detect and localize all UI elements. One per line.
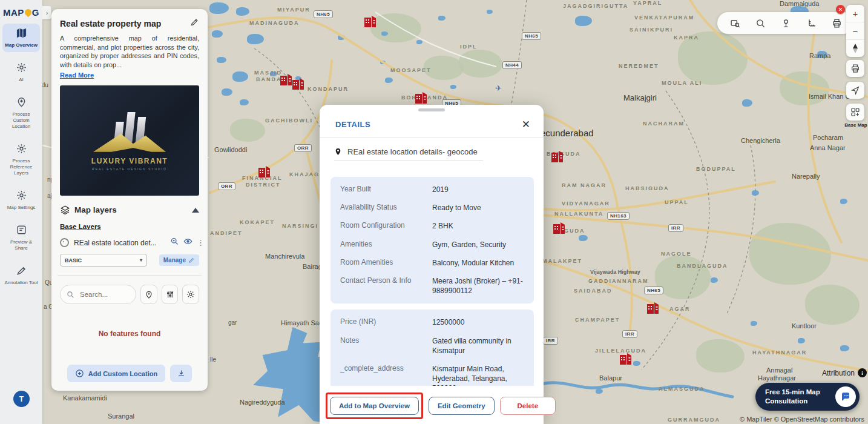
property-marker[interactable] bbox=[415, 91, 429, 104]
consultation-line2: Consultation bbox=[765, 397, 835, 406]
road-badge: NH44 bbox=[502, 61, 522, 69]
road-badge: NH163 bbox=[607, 212, 630, 220]
search-input[interactable] bbox=[79, 290, 130, 299]
settings-button[interactable] bbox=[182, 285, 199, 304]
details-scroll-area[interactable]: Year Built2019Availability StatusReady t… bbox=[330, 177, 534, 386]
zoom-to-layer-icon[interactable] bbox=[170, 237, 179, 248]
attribution-toggle[interactable]: Attribution i bbox=[822, 368, 867, 377]
no-features-message: No features found bbox=[60, 330, 199, 338]
measure-icon[interactable] bbox=[806, 18, 817, 28]
detail-row: Room AmenitiesBalcony, Modular Kitchen bbox=[330, 254, 534, 272]
modal-drag-handle[interactable] bbox=[418, 108, 445, 111]
consultation-line1: Free 15-min Map bbox=[765, 388, 835, 397]
attribution-label: Attribution bbox=[822, 369, 855, 377]
manage-button[interactable]: Manage bbox=[159, 254, 199, 266]
base-layers-heading: Base Layers bbox=[60, 223, 199, 230]
panel-title: Real estate property map bbox=[60, 19, 161, 28]
user-avatar[interactable]: T bbox=[13, 391, 30, 407]
edit-geometry-button[interactable]: Edit Geometry bbox=[429, 397, 495, 415]
delete-button[interactable]: Delete bbox=[500, 397, 556, 415]
property-marker[interactable] bbox=[619, 352, 634, 365]
road-badge: ORR bbox=[218, 182, 235, 190]
app-logo[interactable]: MAPG bbox=[0, 0, 42, 18]
detail-row: Room Configuration2 BHK bbox=[330, 217, 534, 235]
notification-badge[interactable]: ✕ bbox=[836, 5, 845, 14]
road-badge: IRR bbox=[543, 337, 558, 345]
detail-row: Availability StatusReady to Move bbox=[330, 199, 534, 217]
property-marker[interactable] bbox=[551, 150, 565, 162]
detail-label: Room Configuration bbox=[340, 221, 432, 231]
print-icon[interactable] bbox=[832, 18, 842, 28]
collapse-arrow-icon[interactable] bbox=[192, 208, 199, 213]
add-location-icon bbox=[75, 369, 84, 378]
layer-menu-icon[interactable] bbox=[197, 241, 199, 245]
map-search-icon[interactable] bbox=[730, 18, 740, 28]
location-marker-icon[interactable] bbox=[781, 18, 791, 28]
zoom-out-button[interactable]: − bbox=[846, 22, 864, 40]
detail-label: _complete_address bbox=[340, 364, 432, 386]
detail-row: Year Built2019 bbox=[330, 181, 534, 199]
sidebar-item-label: Preview & Share bbox=[4, 239, 39, 251]
sidebar-item-annotation-tool[interactable]: Annotation Tool bbox=[2, 261, 40, 290]
sidebar-item-preview-share[interactable]: Preview & Share bbox=[2, 220, 40, 255]
search-icon[interactable] bbox=[755, 18, 766, 28]
sidebar-item-process-reference-layers[interactable]: Process Reference Layers bbox=[2, 139, 40, 180]
base-style-dropdown[interactable]: BASIC▾ bbox=[60, 254, 147, 267]
download-icon bbox=[177, 369, 186, 378]
details-modal: DETAILS ✕ REal estate location details- … bbox=[320, 105, 544, 424]
property-marker[interactable] bbox=[292, 77, 306, 90]
left-nav-rail: MAPG Map OverviewAIProcess Custom Locati… bbox=[0, 0, 42, 424]
logo-pin-icon bbox=[24, 8, 33, 18]
sidebar-item-label: Map Overview bbox=[4, 42, 39, 48]
compass-button[interactable] bbox=[846, 40, 864, 57]
project-panel: Real estate property map A comprehensive… bbox=[51, 9, 208, 391]
sidebar-item-map-overview[interactable]: Map Overview bbox=[2, 24, 40, 52]
zoom-control: + − bbox=[846, 5, 864, 57]
layer-name: REal estate location det... bbox=[74, 239, 166, 247]
edit-pencil-icon[interactable] bbox=[190, 18, 199, 29]
detail-value: 2 BHK bbox=[432, 221, 524, 231]
road-badge: IRR bbox=[668, 224, 683, 232]
property-marker[interactable] bbox=[553, 221, 567, 234]
filters-button[interactable] bbox=[162, 285, 179, 304]
navigate-arrow-button[interactable] bbox=[846, 82, 864, 99]
property-marker[interactable] bbox=[364, 15, 378, 27]
property-marker[interactable] bbox=[646, 301, 661, 314]
project-image: LUXURY VIBRANT REAL ESTATE DESIGN STUDIO bbox=[60, 85, 199, 196]
sidebar-item-process-custom-location[interactable]: Process Custom Location bbox=[2, 93, 40, 133]
sidebar-item-ai[interactable]: AI bbox=[2, 58, 40, 87]
detail-row: Contact Person & InfoMeera Joshi (Broker… bbox=[330, 272, 534, 300]
layer-row[interactable]: REal estate location det... bbox=[60, 237, 199, 248]
layer-visibility-eye-icon[interactable] bbox=[183, 237, 192, 248]
sidebar-item-label: Process Custom Location bbox=[4, 111, 39, 130]
base-map-label: Base Map bbox=[844, 122, 868, 128]
detail-label: Price (INR) bbox=[340, 317, 432, 327]
read-more-link[interactable]: Read More bbox=[60, 71, 94, 79]
sidebar-item-label: Process Reference Layers bbox=[4, 158, 39, 176]
consultation-button[interactable]: Free 15-min Map Consultation bbox=[755, 383, 860, 411]
locate-tool-button[interactable] bbox=[140, 285, 157, 304]
sidebar-item-map-settings[interactable]: Map Settings bbox=[2, 186, 40, 214]
panel-collapse-button[interactable]: › bbox=[42, 6, 51, 19]
close-icon[interactable]: ✕ bbox=[522, 119, 530, 130]
preview-icon bbox=[16, 227, 27, 237]
add-custom-location-button[interactable]: Add Custom Location bbox=[67, 365, 165, 382]
map-layers-header[interactable]: Map layers bbox=[60, 205, 199, 215]
detail-label: Contact Person & Info bbox=[340, 276, 432, 296]
search-icon bbox=[67, 291, 74, 299]
detail-row: _complete_addressKismatpur Main Road, Hy… bbox=[330, 360, 534, 386]
detail-value: Gated villa community in Kismatpur bbox=[432, 336, 524, 356]
detail-label: Availability Status bbox=[340, 203, 432, 213]
map-print-button[interactable] bbox=[846, 60, 864, 77]
download-button[interactable] bbox=[170, 365, 192, 382]
map-toolbar bbox=[717, 12, 854, 34]
detail-value: Meera Joshi (Broker) – +91-9889900112 bbox=[432, 276, 524, 296]
gear-icon bbox=[16, 146, 27, 156]
zoom-in-button[interactable]: + bbox=[846, 5, 864, 22]
feature-search[interactable] bbox=[60, 285, 136, 304]
info-icon: i bbox=[858, 368, 867, 377]
add-to-map-overview-button[interactable]: Add to Map Overview bbox=[330, 397, 419, 415]
property-marker[interactable] bbox=[258, 165, 272, 177]
base-map-button[interactable] bbox=[846, 104, 864, 121]
airport-icon: ✈ bbox=[495, 84, 502, 93]
